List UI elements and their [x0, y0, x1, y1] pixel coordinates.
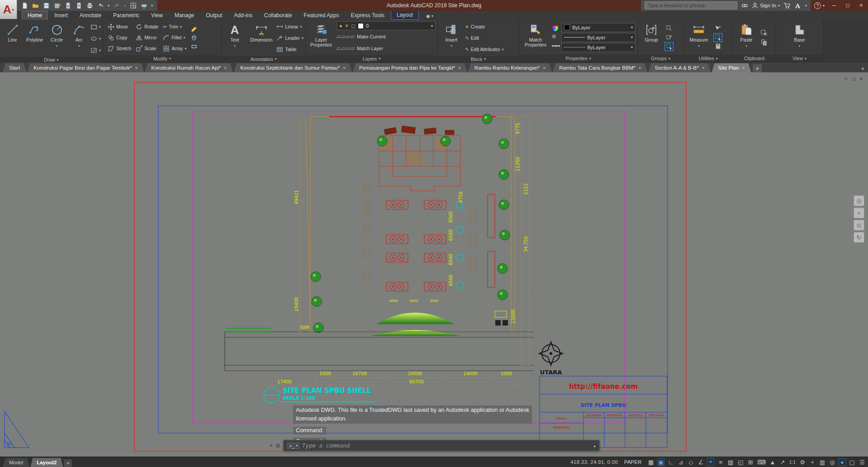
doc-minimize-button[interactable]: ─ — [844, 76, 848, 81]
rectangle-tool-button[interactable]: ▾ — [90, 21, 101, 32]
quick-select-button[interactable] — [714, 24, 722, 33]
minimize-button[interactable]: ─ — [827, 0, 841, 11]
tab-home[interactable]: Home — [22, 11, 48, 20]
orbit-button[interactable]: ↻ — [854, 232, 864, 243]
panel-title-block[interactable]: Block▾ — [438, 56, 519, 62]
application-menu-button[interactable]: A ▾ — [0, 0, 17, 19]
tab-insert[interactable]: Insert — [49, 11, 73, 20]
batch-plot-button[interactable] — [140, 2, 147, 9]
leader-button[interactable]: Leader▾ — [276, 33, 304, 43]
grid-icon[interactable]: ▦ — [648, 459, 654, 466]
autoscale-icon[interactable]: ↗ — [779, 459, 786, 466]
drawing-canvas[interactable]: 50M 49421 20400 9775 11300 2112 4756 34,… — [0, 72, 868, 457]
infocenter-search-input[interactable] — [645, 1, 737, 9]
tab-collaborate[interactable]: Collaborate — [259, 11, 297, 20]
join-button[interactable] — [190, 42, 198, 51]
explode-button[interactable] — [190, 33, 198, 42]
panel-title-properties[interactable]: Properties▾ — [519, 55, 637, 62]
table-button[interactable]: Table — [276, 44, 304, 55]
redo-dropdown[interactable]: ▾ — [124, 4, 126, 8]
help-button[interactable]: ? ▾ — [814, 2, 825, 9]
base-button[interactable]: Base ▾ — [788, 21, 811, 53]
lineweight-icon[interactable]: ≡ — [717, 459, 724, 466]
file-tab-start[interactable]: Start — [3, 63, 26, 72]
pan-button[interactable]: + — [854, 208, 864, 218]
close-icon[interactable]: × — [702, 66, 705, 71]
arc-button[interactable]: Arc ▾ — [68, 21, 90, 56]
polyline-button[interactable]: Polyline — [24, 21, 45, 56]
linetype-stack-icon[interactable]: ╍╍ — [552, 42, 560, 50]
new-drawing-tab-button[interactable]: + — [753, 64, 762, 72]
ungroup-button[interactable] — [665, 24, 673, 33]
new-layout-button[interactable]: + — [64, 459, 72, 467]
group-edit-button[interactable] — [665, 33, 673, 42]
move-button[interactable]: Move — [108, 21, 131, 32]
save-button[interactable] — [43, 2, 50, 9]
match-properties-button[interactable]: Match Properties — [521, 21, 550, 53]
layer-dropdown[interactable]: ● ☀ ▢ 0 ▾ — [337, 21, 436, 30]
quick-properties-icon[interactable]: ▥ — [819, 459, 825, 466]
undo-button[interactable] — [97, 2, 104, 9]
copy-clip-button[interactable] — [760, 38, 768, 46]
ribbon-display-toggle[interactable]: ◉ ▾ — [426, 14, 433, 20]
tab-express-tools[interactable]: Express Tools — [345, 11, 389, 20]
tab-overflow-chevron-icon[interactable]: ∨ — [861, 66, 864, 71]
panel-title-modify[interactable]: Modify▾ — [103, 55, 221, 62]
file-tab-site-plan[interactable]: Site Plan× — [712, 63, 751, 72]
workspace-switching-icon[interactable]: ⚙ — [799, 459, 806, 466]
close-icon[interactable]: × — [224, 66, 227, 71]
group-selection-toggle-button[interactable] — [665, 42, 673, 51]
polar-tracking-icon[interactable]: ⊿ — [678, 459, 684, 466]
insert-block-button[interactable]: Insert ▾ — [440, 21, 463, 55]
fillet-button[interactable]: Fillet▾ — [163, 32, 186, 43]
new-drawing-button[interactable] — [21, 2, 28, 9]
save-to-web-mobile-button[interactable] — [64, 2, 71, 9]
panel-title-layers[interactable]: Layers▾ — [306, 55, 437, 62]
close-button[interactable]: × — [854, 0, 868, 11]
close-icon[interactable]: × — [543, 66, 545, 71]
match-layer-button[interactable]: Match Layer — [357, 46, 383, 51]
make-current-button[interactable]: Make Current — [357, 34, 386, 39]
tab-layout[interactable]: Layout — [391, 10, 419, 20]
tab-manage[interactable]: Manage — [169, 11, 199, 20]
lineweight-dropdown[interactable]: ByLayer▾ — [561, 33, 636, 42]
erase-button[interactable] — [190, 24, 198, 33]
file-tab[interactable]: Konstruksi Pagar Besi dan Pagar Tembok*× — [27, 63, 144, 72]
group-button[interactable]: Group — [640, 21, 663, 53]
search-icon[interactable] — [741, 2, 748, 9]
ortho-icon[interactable]: ∟ — [668, 459, 674, 466]
panel-title-clipboard[interactable]: Clipboard — [733, 55, 776, 62]
close-icon[interactable]: × — [135, 66, 138, 71]
file-tab[interactable]: Rambu Tata Cara Bongkar BBM*× — [553, 63, 647, 72]
graphics-performance-icon[interactable]: ● — [839, 459, 845, 466]
open-from-web-mobile-button[interactable] — [75, 2, 82, 9]
create-block-button[interactable]: ✦Create — [465, 21, 504, 32]
circle-button[interactable]: Circle ▾ — [46, 21, 67, 56]
edit-attributes-button[interactable]: ✎Edit Attributes▾ — [465, 44, 504, 55]
paper-model-toggle[interactable]: PAPER — [622, 459, 644, 465]
undo-dropdown[interactable]: ▾ — [108, 4, 109, 8]
dynamic-ucs-icon[interactable]: ⊞ — [747, 459, 754, 466]
dynamic-input-icon[interactable]: ⌨ — [757, 459, 766, 466]
copy-button[interactable]: Copy — [108, 32, 131, 43]
command-close-icon[interactable]: × — [270, 443, 273, 449]
layout2-tab[interactable]: Layout2 — [30, 458, 63, 467]
maximize-button[interactable]: □ — [841, 0, 854, 11]
rotate-button[interactable]: Rotate — [136, 21, 158, 32]
file-tab[interactable]: Rambu Rambu Keterangan*× — [468, 63, 552, 72]
layout-viewports-button[interactable] — [129, 2, 137, 9]
clean-screen-icon[interactable]: ▢ — [849, 459, 855, 466]
snap-mode-icon[interactable]: ▣ — [658, 459, 664, 466]
mirror-button[interactable]: Mirror — [136, 32, 158, 43]
annotation-visibility-icon[interactable]: ▲ — [769, 459, 776, 466]
lineweight-stack-icon[interactable]: ≡ — [552, 33, 560, 41]
tab-featured-apps[interactable]: Featured Apps — [298, 11, 344, 20]
tab-add-ins[interactable]: Add-ins — [228, 11, 258, 20]
doc-close-button[interactable]: × — [860, 76, 863, 81]
panel-title-draw[interactable]: Draw▾ — [0, 57, 103, 62]
isolate-objects-icon[interactable]: ◎ — [829, 459, 835, 466]
recent-commands-icon[interactable]: ▴ — [593, 443, 596, 448]
plot-button[interactable] — [86, 2, 93, 9]
qat-customize-dropdown[interactable]: ▾ — [151, 4, 153, 8]
sign-in-button[interactable]: Sign In ▾ — [752, 2, 780, 9]
